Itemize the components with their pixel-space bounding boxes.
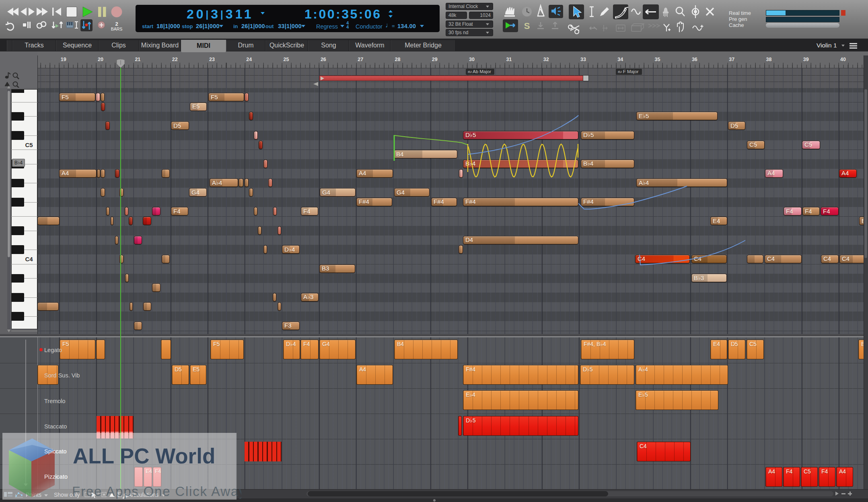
svg-text:ALL PC World: ALL PC World	[73, 444, 215, 468]
svg-text:Free Apps One Click Away: Free Apps One Click Away	[72, 484, 241, 499]
